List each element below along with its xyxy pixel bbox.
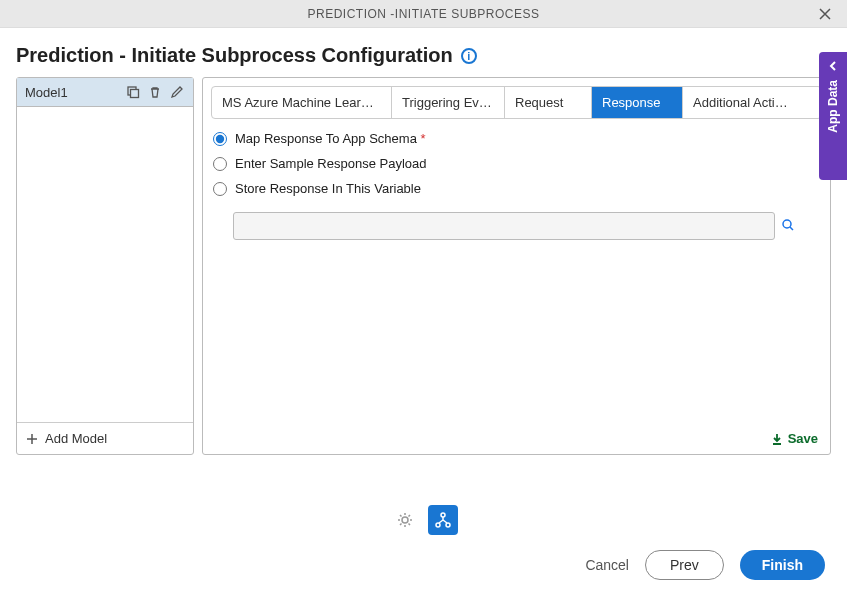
tab-additional-actions[interactable]: Additional Acti… <box>683 87 800 118</box>
plus-icon <box>25 432 39 446</box>
finish-button[interactable]: Finish <box>740 550 825 580</box>
page-title: Prediction - Initiate Subprocess Configu… <box>16 44 453 67</box>
radio-sample-label: Enter Sample Response Payload <box>235 156 427 171</box>
footer-icon-bar <box>0 505 847 535</box>
models-sidebar: Model1 Add Model <box>16 77 194 455</box>
cancel-button[interactable]: Cancel <box>585 557 629 573</box>
close-icon <box>818 7 832 21</box>
settings-button[interactable] <box>390 505 420 535</box>
app-data-panel-toggle[interactable]: App Data <box>819 52 847 180</box>
workflow-button[interactable] <box>428 505 458 535</box>
tab-azure-ml[interactable]: MS Azure Machine Lear… <box>212 87 392 118</box>
svg-point-3 <box>402 517 408 523</box>
trash-icon <box>148 85 162 99</box>
search-icon <box>781 218 795 232</box>
required-marker: * <box>421 131 426 146</box>
radio-store-label: Store Response In This Variable <box>235 181 421 196</box>
radio-sample-payload[interactable]: Enter Sample Response Payload <box>213 156 820 171</box>
chevron-left-icon <box>827 60 839 72</box>
radio-map-label: Map Response To App Schema <box>235 131 417 146</box>
variable-input-row <box>233 212 820 240</box>
tab-triggering-events[interactable]: Triggering Ev… <box>392 87 505 118</box>
radio-store-input[interactable] <box>213 182 227 196</box>
download-icon <box>770 432 784 446</box>
svg-point-4 <box>441 513 445 517</box>
tab-request[interactable]: Request <box>505 87 592 118</box>
add-model-label: Add Model <box>45 431 107 446</box>
model-item[interactable]: Model1 <box>17 78 193 107</box>
add-model-button[interactable]: Add Model <box>17 422 193 454</box>
tab-response[interactable]: Response <box>592 87 683 118</box>
app-data-label: App Data <box>826 80 840 133</box>
pencil-icon <box>170 85 184 99</box>
variable-input[interactable] <box>233 212 775 240</box>
model-label: Model1 <box>25 85 68 100</box>
window-titlebar: PREDICTION -INITIATE SUBPROCESS <box>0 0 847 28</box>
svg-point-2 <box>783 220 791 228</box>
variable-search-button[interactable] <box>781 218 797 234</box>
workflow-icon <box>433 510 453 530</box>
prev-button[interactable]: Prev <box>645 550 724 580</box>
radio-store-variable[interactable]: Store Response In This Variable <box>213 181 820 196</box>
svg-point-5 <box>436 523 440 527</box>
save-button[interactable]: Save <box>770 431 818 446</box>
tab-bar: MS Azure Machine Lear… Triggering Ev… Re… <box>211 86 822 119</box>
edit-button[interactable] <box>169 84 185 100</box>
page-title-row: Prediction - Initiate Subprocess Configu… <box>0 28 847 77</box>
copy-icon <box>126 85 140 99</box>
copy-button[interactable] <box>125 84 141 100</box>
svg-point-6 <box>446 523 450 527</box>
footer-buttons: Cancel Prev Finish <box>585 550 825 580</box>
save-label: Save <box>788 431 818 446</box>
svg-rect-1 <box>131 90 139 98</box>
config-panel: MS Azure Machine Lear… Triggering Ev… Re… <box>202 77 831 455</box>
gear-icon <box>395 510 415 530</box>
response-radio-group: Map Response To App Schema * Enter Sampl… <box>211 131 822 240</box>
delete-button[interactable] <box>147 84 163 100</box>
radio-map-response[interactable]: Map Response To App Schema * <box>213 131 820 146</box>
radio-map-input[interactable] <box>213 132 227 146</box>
info-icon[interactable]: i <box>461 48 477 64</box>
close-button[interactable] <box>815 4 835 24</box>
radio-sample-input[interactable] <box>213 157 227 171</box>
window-title: PREDICTION -INITIATE SUBPROCESS <box>308 7 540 21</box>
